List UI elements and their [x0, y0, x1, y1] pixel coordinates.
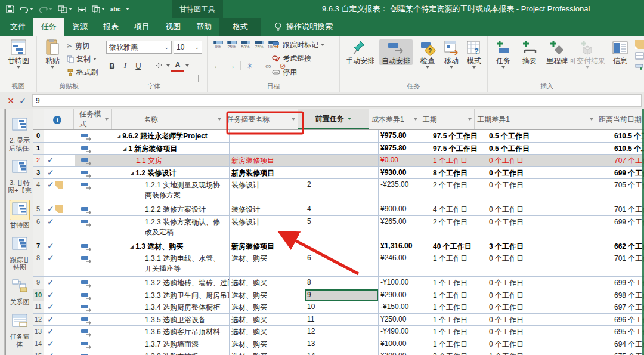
- task-name-cell[interactable]: 1.3.6 选购客厅吊顶材料: [113, 326, 230, 338]
- cost-variance-cell[interactable]: ¥0.00: [379, 155, 431, 166]
- duration-cell[interactable]: 1 个工作日: [431, 338, 487, 350]
- task-summary-name-cell[interactable]: 选材、购买: [230, 289, 305, 301]
- row-number[interactable]: 14: [33, 338, 44, 350]
- duration-cell[interactable]: 97.5 个工作日: [431, 143, 487, 155]
- expand-triangle-icon[interactable]: ◢: [130, 244, 134, 249]
- row-number[interactable]: 9: [33, 277, 44, 289]
- predecessors-cell[interactable]: 2: [305, 179, 379, 203]
- customize-qat-caret[interactable]: [126, 8, 129, 10]
- duration-cell[interactable]: 3 个工作日: [431, 350, 487, 355]
- tab-6[interactable]: 帮助: [188, 18, 219, 36]
- task-name-cell[interactable]: 1.3.4 选购厨房整体橱柜: [113, 301, 230, 313]
- cost-variance-cell[interactable]: ¥975.80: [379, 130, 431, 142]
- duration-variance-cell[interactable]: 0 个工作日: [487, 289, 612, 301]
- duration-cell[interactable]: 4 个工作日: [431, 203, 487, 215]
- task-mode-cell[interactable]: [75, 252, 113, 276]
- duration-variance-cell[interactable]: 1 个工作日: [487, 350, 612, 355]
- row-number[interactable]: 2: [33, 155, 44, 166]
- task-name-cell[interactable]: 1.3.2 选购地砖、墙砖、过门石: [113, 277, 230, 289]
- background-color-caret[interactable]: [166, 64, 170, 67]
- task-mode-cell[interactable]: [75, 143, 113, 155]
- tab-5[interactable]: 视图: [157, 18, 188, 36]
- indicator-cell[interactable]: ✓: [44, 252, 75, 276]
- predecessors-cell[interactable]: 11: [305, 314, 379, 326]
- percent-complete-75-button[interactable]: 75%: [253, 41, 265, 49]
- indicator-cell[interactable]: ✓: [44, 155, 75, 166]
- cost-variance-cell[interactable]: ¥290.00: [379, 289, 431, 301]
- duration-cell[interactable]: 40 个工作日: [431, 240, 487, 252]
- task-name-cell[interactable]: ◢1.2 装修设计: [113, 167, 230, 179]
- task-summary-name-cell[interactable]: 新房装修项目: [230, 240, 305, 252]
- predecessors-cell[interactable]: 12: [305, 326, 379, 338]
- header-indicators[interactable]: i: [44, 109, 75, 129]
- duration-variance-cell[interactable]: 0 个工作日: [487, 338, 612, 350]
- spelling-icon[interactable]: abc: [110, 6, 120, 13]
- link-tasks-icon[interactable]: [78, 5, 86, 13]
- mode-button[interactable]: ? 模式: [463, 39, 485, 69]
- predecessors-cell[interactable]: [305, 130, 379, 142]
- row-number[interactable]: 12: [33, 314, 44, 326]
- view-bar-item-3. 甘特图+【完[interactable]: 3. 甘特图+【完: [7, 158, 32, 195]
- task-name-cell[interactable]: 1.3.7 选购墙面漆: [113, 338, 230, 350]
- duration-variance-header-caret[interactable]: [590, 118, 593, 121]
- copy-caret[interactable]: [93, 58, 97, 60]
- duration-variance-cell[interactable]: 0 个工作日: [487, 203, 612, 215]
- task-summary-name-cell[interactable]: 新房装修项目: [230, 167, 305, 179]
- name-header-caret[interactable]: [218, 118, 221, 121]
- cost-variance-cell[interactable]: ¥975.80: [379, 143, 431, 155]
- task-summary-name-cell[interactable]: 选材、购买: [230, 314, 305, 326]
- italic-button[interactable]: I: [119, 60, 131, 72]
- cost-header-caret[interactable]: [414, 118, 417, 121]
- task-name-cell[interactable]: 1.2.1 实地测量及现场协商装修方案: [113, 179, 230, 203]
- add-to-timeline-icon[interactable]: [635, 63, 644, 70]
- tab-0[interactable]: 文件: [2, 18, 33, 36]
- predecessors-cell[interactable]: 9: [305, 289, 379, 301]
- duration-header-caret[interactable]: [468, 118, 472, 121]
- mode-caret[interactable]: [472, 66, 476, 69]
- header-task-summary-name[interactable]: 任务摘要名称: [224, 109, 298, 129]
- duration-cell[interactable]: 97.5 个工作日: [431, 130, 487, 142]
- task-mode-cell[interactable]: [75, 203, 113, 215]
- expand-triangle-icon[interactable]: ◢: [123, 146, 126, 152]
- task-mode-cell[interactable]: [75, 130, 113, 142]
- task-summary-name-cell[interactable]: 选材、购买: [230, 350, 305, 355]
- predecessors-cell[interactable]: 14: [305, 350, 379, 355]
- cost-variance-cell[interactable]: ¥300.00: [379, 350, 431, 355]
- duration-variance-cell[interactable]: 0.5 个工作日: [487, 130, 612, 142]
- distance-from-current-date-cell[interactable]: 696 个工作日: [612, 314, 644, 326]
- task-summary-name-cell[interactable]: 选材、购买: [230, 301, 305, 313]
- cost-variance-cell[interactable]: ¥930.00: [379, 167, 431, 179]
- font-family-select[interactable]: 微软雅黑 ⌄: [106, 41, 172, 54]
- predecessors-cell[interactable]: 4: [305, 203, 379, 215]
- tell-me-search[interactable]: 操作说明搜索: [274, 18, 333, 36]
- duration-variance-cell[interactable]: 0.5 个工作日: [487, 143, 612, 155]
- copy-picture-icon[interactable]: [92, 5, 105, 13]
- details-icon[interactable]: [635, 52, 644, 60]
- task-summary-name-cell[interactable]: 选材、购买: [230, 338, 305, 350]
- task-mode-cell[interactable]: [75, 240, 113, 252]
- duration-variance-cell[interactable]: 0 个工作日: [487, 252, 612, 276]
- duration-cell[interactable]: 1 个工作日: [431, 314, 487, 326]
- duration-cell[interactable]: 8 个工作日: [431, 167, 487, 179]
- manually-schedule-button[interactable]: 手动安排: [343, 39, 377, 65]
- header-name[interactable]: 名称: [112, 109, 224, 129]
- format-painter-button[interactable]: 格式刷: [67, 66, 98, 79]
- mark-on-track-caret[interactable]: [321, 44, 324, 46]
- duration-variance-cell[interactable]: 3 个工作日: [487, 240, 612, 252]
- row-number[interactable]: 1: [33, 143, 44, 155]
- distance-from-current-date-cell[interactable]: 697 个工作日: [612, 301, 644, 313]
- task-name-cell[interactable]: 1.3.3 选购卫生间、厨房吊顶: [113, 289, 230, 301]
- redo-button[interactable]: [39, 5, 52, 13]
- predecessors-cell[interactable]: 10: [305, 301, 379, 313]
- task-mode-cell[interactable]: [75, 338, 113, 350]
- duration-variance-cell[interactable]: 0 个工作日: [487, 216, 612, 240]
- task-summary-name-cell[interactable]: [230, 143, 305, 155]
- inspect-caret[interactable]: [426, 66, 429, 69]
- confirm-entry-button[interactable]: ✓: [17, 95, 29, 107]
- distance-from-current-date-cell[interactable]: 662 个工作日: [612, 240, 644, 252]
- task-name-cell[interactable]: 1.2.3 装修方案确认、修改及定稿: [113, 216, 230, 240]
- duration-cell[interactable]: 1 个工作日: [431, 155, 487, 166]
- insert-deliverable-button[interactable]: 可交付结果: [570, 39, 605, 69]
- task-summary-name-cell[interactable]: 装修设计: [230, 179, 305, 203]
- row-number[interactable]: 11: [33, 301, 44, 313]
